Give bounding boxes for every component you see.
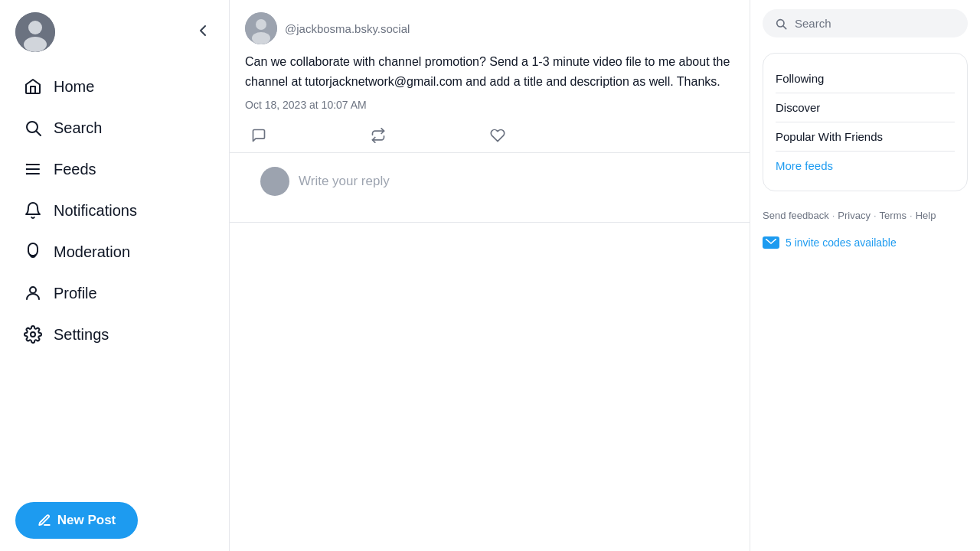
feeds-item-following[interactable]: Following <box>776 66 955 91</box>
search-box-text: Search <box>795 17 831 30</box>
right-sidebar: Search Following Discover Popular With F… <box>750 0 980 551</box>
feeds-divider-1 <box>776 93 955 93</box>
sidebar-item-notifications[interactable]: Notifications <box>15 191 214 230</box>
feeds-icon <box>23 159 43 179</box>
settings-icon <box>23 324 43 344</box>
footer-send-feedback[interactable]: Send feedback <box>763 210 829 221</box>
collapse-button[interactable] <box>192 20 214 45</box>
invite-codes[interactable]: 5 invite codes available <box>763 236 968 249</box>
sidebar-item-settings[interactable]: Settings <box>15 315 214 354</box>
main-content: @jackbosma.bsky.social Can we collaborat… <box>230 0 750 551</box>
moderation-icon <box>23 242 43 262</box>
footer-links: Send feedback · Privacy · Terms · Help <box>763 204 968 227</box>
footer-privacy[interactable]: Privacy <box>838 210 871 221</box>
feeds-item-discover[interactable]: Discover <box>776 95 955 120</box>
post-handle: @jackbosma.bsky.social <box>285 22 410 35</box>
post-thread: @jackbosma.bsky.social Can we collaborat… <box>230 0 750 223</box>
svg-line-17 <box>783 26 786 29</box>
svg-point-15 <box>252 32 270 44</box>
sidebar-item-moderation-label: Moderation <box>54 243 130 261</box>
sidebar-item-moderation[interactable]: Moderation <box>15 233 214 271</box>
sidebar-item-search[interactable]: Search <box>15 109 214 147</box>
new-post-button[interactable]: New Post <box>15 502 138 539</box>
feeds-item-popular[interactable]: Popular With Friends <box>776 124 955 149</box>
sidebar-item-profile[interactable]: Profile <box>15 274 214 312</box>
sidebar-item-feeds[interactable]: Feeds <box>15 150 214 188</box>
footer-terms[interactable]: Terms <box>880 210 906 221</box>
sidebar-item-feeds-label: Feeds <box>54 161 96 178</box>
heart-icon <box>490 128 505 143</box>
reply-icon <box>251 128 266 143</box>
sidebar-item-notifications-label: Notifications <box>54 202 137 220</box>
reply-button[interactable] <box>245 122 273 149</box>
reply-avatar <box>260 167 289 196</box>
svg-point-12 <box>31 332 35 337</box>
search-box-icon <box>775 18 787 30</box>
post-avatar <box>245 12 277 44</box>
reply-input-placeholder[interactable]: Write your reply <box>299 174 719 189</box>
avatar[interactable] <box>15 12 55 52</box>
search-box[interactable]: Search <box>763 9 968 37</box>
sidebar-item-search-label: Search <box>54 119 102 137</box>
invite-envelope-icon <box>763 236 779 249</box>
repost-button[interactable] <box>364 122 392 149</box>
svg-line-4 <box>37 132 41 136</box>
nav-menu: Home Search <box>15 67 214 490</box>
notifications-icon <box>23 201 43 220</box>
invite-codes-label: 5 invite codes available <box>786 236 897 249</box>
footer-sep-2: · <box>874 210 877 221</box>
new-post-label: New Post <box>57 513 116 528</box>
more-feeds-link[interactable]: More feeds <box>776 153 955 178</box>
sidebar-item-profile-label: Profile <box>54 285 97 302</box>
edit-icon <box>38 514 51 527</box>
sidebar-top <box>15 12 214 52</box>
footer-sep-3: · <box>910 210 913 221</box>
repost-icon <box>371 128 386 143</box>
sidebar-item-home-label: Home <box>54 78 94 96</box>
sidebar-item-settings-label: Settings <box>54 326 109 344</box>
search-icon <box>23 118 43 138</box>
reply-area: Write your reply <box>245 153 734 210</box>
sidebar: Home Search <box>0 0 230 551</box>
feeds-section: Following Discover Popular With Friends … <box>763 53 968 191</box>
profile-icon <box>23 283 43 303</box>
post-actions <box>245 122 734 149</box>
post-timestamp: Oct 18, 2023 at 10:07 AM <box>245 99 734 111</box>
home-icon <box>23 77 43 96</box>
feeds-divider-2 <box>776 122 955 122</box>
post-body: Can we collaborate with channel promotio… <box>245 52 734 91</box>
sidebar-item-home[interactable]: Home <box>15 67 214 106</box>
svg-point-14 <box>256 19 266 30</box>
like-button[interactable] <box>484 122 511 149</box>
footer-help[interactable]: Help <box>916 210 936 221</box>
svg-point-1 <box>28 21 42 34</box>
svg-point-2 <box>24 37 47 52</box>
post-header: @jackbosma.bsky.social <box>245 12 734 44</box>
feeds-divider-3 <box>776 151 955 152</box>
footer-sep-1: · <box>832 210 835 221</box>
svg-point-11 <box>30 287 36 293</box>
